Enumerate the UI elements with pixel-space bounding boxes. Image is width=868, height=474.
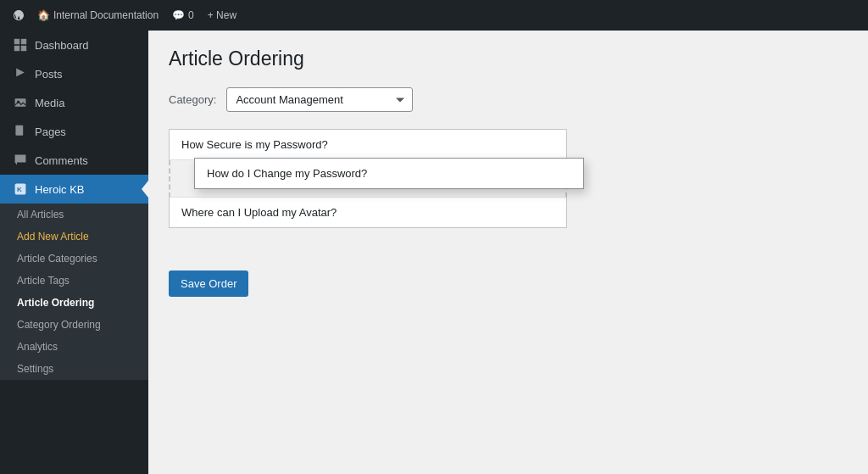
new-content-button[interactable]: + New <box>201 0 243 31</box>
article-item-2-dragging[interactable]: How do I Change my Password? <box>194 158 584 189</box>
analytics-label: Analytics <box>17 341 58 353</box>
svg-rect-7 <box>18 127 21 128</box>
svg-rect-8 <box>18 130 21 131</box>
svg-rect-9 <box>18 131 19 132</box>
posts-icon <box>13 66 28 81</box>
heroickb-label: Heroic KB <box>35 183 85 196</box>
comments-button[interactable]: 💬 0 <box>165 0 201 31</box>
sidebar-item-category-ordering[interactable]: Category Ordering <box>0 314 148 336</box>
sidebar-item-all-articles[interactable]: All Articles <box>0 204 148 226</box>
sidebar-item-comments[interactable]: Comments <box>0 146 148 175</box>
site-name[interactable]: 🏠 Internal Documentation <box>31 0 165 31</box>
category-label: Category: <box>169 93 216 106</box>
new-label: + New <box>208 9 236 21</box>
page-title: Article Ordering <box>169 47 848 70</box>
sidebar-item-analytics[interactable]: Analytics <box>0 336 148 358</box>
sidebar-item-posts[interactable]: Posts <box>0 59 148 88</box>
all-articles-label: All Articles <box>17 209 64 220</box>
article-item-3[interactable]: Where can I Upload my Avatar? <box>169 198 567 228</box>
add-new-article-label: Add New Article <box>17 231 89 243</box>
sidebar-item-article-ordering[interactable]: Article Ordering <box>0 292 148 314</box>
svg-rect-6 <box>15 125 23 136</box>
home-icon: 🏠 <box>37 9 50 21</box>
media-icon <box>13 95 28 110</box>
heroickb-icon: K <box>13 181 28 197</box>
category-select[interactable]: Account Management General Getting Start… <box>226 87 413 112</box>
save-order-button[interactable]: Save Order <box>169 270 248 297</box>
article-title-2: How do I Change my Password? <box>207 167 367 180</box>
sidebar-item-settings[interactable]: Settings <box>0 358 148 380</box>
svg-rect-0 <box>14 39 19 44</box>
active-indicator <box>142 181 148 198</box>
pages-icon <box>13 124 28 139</box>
article-categories-label: Article Categories <box>17 253 97 265</box>
wp-logo[interactable] <box>7 0 31 31</box>
article-tags-label: Article Tags <box>17 275 70 287</box>
svg-rect-1 <box>21 39 26 44</box>
article-ordering-label: Article Ordering <box>17 297 94 309</box>
sidebar-item-article-tags[interactable]: Article Tags <box>0 270 148 292</box>
category-ordering-label: Category Ordering <box>17 319 101 331</box>
sidebar-item-dashboard[interactable]: Dashboard <box>0 31 148 59</box>
comments-count: 0 <box>188 9 194 21</box>
article-item-1[interactable]: How Secure is my Password? <box>169 129 567 160</box>
sidebar-item-pages[interactable]: Pages <box>0 117 148 146</box>
media-label: Media <box>35 97 64 109</box>
svg-rect-2 <box>14 46 19 51</box>
category-row: Category: Account Management General Get… <box>169 87 848 112</box>
category-select-wrapper[interactable]: Account Management General Getting Start… <box>226 87 413 112</box>
comments-label: Comments <box>35 154 88 167</box>
article-list-container: How Secure is my Password? How do I Chan… <box>169 129 567 228</box>
posts-label: Posts <box>35 68 63 81</box>
svg-rect-4 <box>15 98 26 107</box>
dashboard-icon <box>13 37 28 53</box>
heroickb-submenu: All Articles Add New Article Article Cat… <box>0 204 148 380</box>
comments-sidebar-icon <box>13 153 28 168</box>
sidebar-item-article-categories[interactable]: Article Categories <box>0 248 148 270</box>
main-content: Article Ordering Category: Account Manag… <box>148 31 868 474</box>
svg-text:K: K <box>17 186 22 193</box>
sidebar-item-heroickb[interactable]: K Heroic KB <box>0 175 148 204</box>
admin-bar: 🏠 Internal Documentation 💬 0 + New <box>0 0 868 31</box>
article-title-1: How Secure is my Password? <box>181 138 328 151</box>
comments-icon: 💬 <box>172 9 185 21</box>
svg-rect-3 <box>21 46 26 51</box>
sidebar-item-media[interactable]: Media <box>0 88 148 117</box>
site-label: Internal Documentation <box>53 9 159 21</box>
sidebar: Dashboard Posts Media Pages Comments <box>0 31 148 474</box>
settings-label: Settings <box>17 363 53 375</box>
dashboard-label: Dashboard <box>35 39 89 52</box>
article-title-3: Where can I Upload my Avatar? <box>181 206 337 219</box>
sidebar-item-add-new-article[interactable]: Add New Article <box>0 226 148 248</box>
pages-label: Pages <box>35 125 66 138</box>
